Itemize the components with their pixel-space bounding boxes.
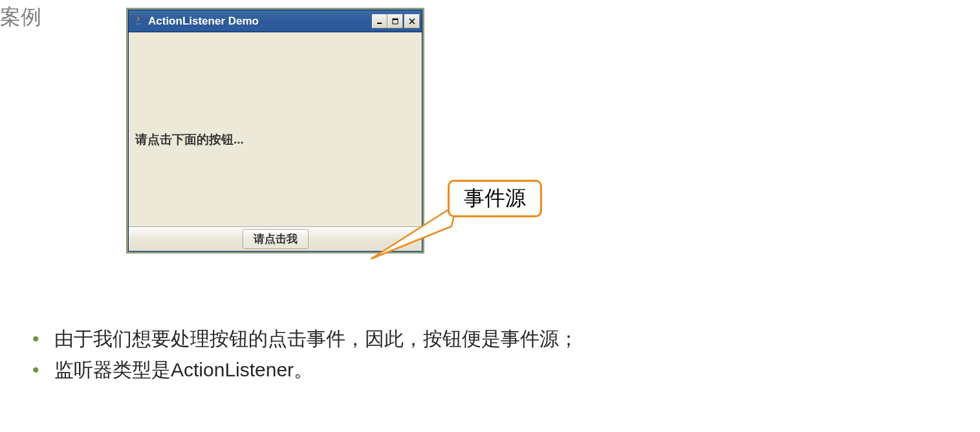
- window-title: ActionListener Demo: [148, 15, 259, 28]
- window-titlebar: ActionListener Demo: [129, 10, 422, 32]
- instruction-label: 请点击下面的按钮...: [135, 131, 244, 148]
- svg-rect-2: [393, 19, 398, 20]
- button-bar: 请点击我: [129, 226, 422, 251]
- screenshot-border: ActionListener Demo 请点击下面的按钮... 请点击我: [126, 8, 424, 254]
- java-coffee-icon: [133, 16, 144, 27]
- java-window: ActionListener Demo 请点击下面的按钮... 请点击我: [128, 10, 422, 252]
- window-controls-group: [372, 14, 420, 28]
- close-button[interactable]: [404, 14, 420, 28]
- svg-rect-0: [377, 23, 382, 24]
- click-me-button[interactable]: 请点击我: [243, 229, 309, 249]
- titlebar-left-group: ActionListener Demo: [133, 15, 259, 28]
- bullet-item: 监听器类型是ActionListener。: [32, 354, 578, 385]
- section-heading: 案例: [0, 3, 41, 32]
- minimize-button[interactable]: [372, 14, 387, 28]
- event-source-callout: 事件源: [448, 180, 542, 217]
- bullet-item: 由于我们想要处理按钮的点击事件，因此，按钮便是事件源；: [32, 323, 578, 354]
- maximize-button[interactable]: [387, 14, 403, 28]
- window-client-area: 请点击下面的按钮... 请点击我: [129, 32, 422, 251]
- bullet-list: 由于我们想要处理按钮的点击事件，因此，按钮便是事件源； 监听器类型是Action…: [32, 323, 578, 385]
